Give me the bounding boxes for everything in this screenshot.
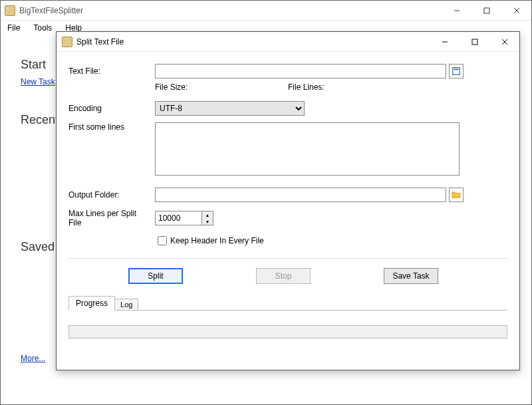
maximize-button[interactable] bbox=[471, 1, 501, 21]
save-task-button[interactable]: Save Task bbox=[384, 268, 438, 284]
first-lines-label: First some lines bbox=[68, 122, 155, 132]
keep-header-row: Keep Header In Every File bbox=[68, 234, 507, 247]
encoding-label: Encoding bbox=[68, 104, 155, 113]
dialog-maximize-button[interactable] bbox=[460, 32, 489, 52]
max-lines-input[interactable] bbox=[155, 211, 201, 225]
svg-rect-9 bbox=[454, 69, 459, 70]
spinner-up-button[interactable]: ▲ bbox=[202, 211, 213, 218]
menu-file[interactable]: File bbox=[5, 22, 23, 34]
split-button[interactable]: Split bbox=[128, 268, 183, 284]
app-icon bbox=[5, 5, 15, 16]
output-folder-input[interactable] bbox=[155, 188, 446, 202]
max-lines-spinner: ▲ ▼ bbox=[155, 211, 213, 225]
encoding-row: Encoding UTF-8 bbox=[68, 101, 507, 116]
dialog-icon bbox=[62, 37, 72, 47]
keep-header-label: Keep Header In Every File bbox=[170, 236, 264, 245]
svg-rect-8 bbox=[453, 68, 460, 75]
file-size-label: File Size: bbox=[155, 82, 288, 92]
folder-icon bbox=[452, 190, 461, 200]
first-lines-row: First some lines bbox=[68, 122, 507, 176]
file-info-row: File Size: File Lines: bbox=[68, 82, 507, 92]
keep-header-checkbox[interactable] bbox=[158, 236, 167, 245]
encoding-select[interactable]: UTF-8 bbox=[155, 101, 305, 116]
main-window-controls bbox=[442, 1, 531, 21]
button-row: Split Stop Save Task bbox=[68, 268, 507, 284]
text-file-row: Text File: bbox=[68, 64, 507, 78]
output-folder-row: Output Folder: bbox=[68, 188, 507, 202]
dialog-window-controls bbox=[430, 32, 519, 52]
minimize-button[interactable] bbox=[442, 1, 471, 21]
divider bbox=[68, 258, 507, 259]
spinner-down-button[interactable]: ▼ bbox=[202, 218, 213, 225]
output-folder-browse-button[interactable] bbox=[449, 188, 464, 202]
dialog-title: Split Text File bbox=[76, 37, 430, 47]
progress-bar bbox=[68, 325, 507, 338]
file-browse-icon bbox=[452, 67, 461, 76]
text-file-input[interactable] bbox=[155, 64, 446, 78]
dialog-body: Text File: File Size: File Lines: Encodi… bbox=[57, 52, 519, 344]
close-button[interactable] bbox=[501, 1, 531, 21]
dialog-close-button[interactable] bbox=[489, 32, 519, 52]
main-titlebar: BigTextFileSplitter bbox=[1, 1, 531, 21]
max-lines-label: Max Lines per Split File bbox=[68, 209, 155, 227]
dialog-minimize-button[interactable] bbox=[430, 32, 460, 52]
main-title: BigTextFileSplitter bbox=[19, 6, 442, 15]
first-lines-textarea[interactable] bbox=[155, 122, 460, 176]
output-folder-label: Output Folder: bbox=[68, 190, 155, 200]
tab-log[interactable]: Log bbox=[114, 299, 138, 310]
stop-button[interactable]: Stop bbox=[256, 268, 311, 284]
split-dialog: Split Text File Text File: File Size: Fi… bbox=[56, 31, 520, 370]
tab-progress[interactable]: Progress bbox=[68, 296, 115, 311]
max-lines-row: Max Lines per Split File ▲ ▼ bbox=[68, 209, 507, 227]
spinner-buttons: ▲ ▼ bbox=[201, 211, 213, 225]
svg-rect-5 bbox=[472, 39, 477, 45]
dialog-titlebar: Split Text File bbox=[57, 32, 519, 52]
text-file-label: Text File: bbox=[68, 67, 155, 76]
menu-tools[interactable]: Tools bbox=[31, 22, 55, 34]
text-file-browse-button[interactable] bbox=[449, 64, 464, 78]
svg-rect-1 bbox=[484, 8, 489, 13]
tabs: Progress Log bbox=[68, 296, 507, 311]
file-lines-label: File Lines: bbox=[288, 82, 325, 92]
